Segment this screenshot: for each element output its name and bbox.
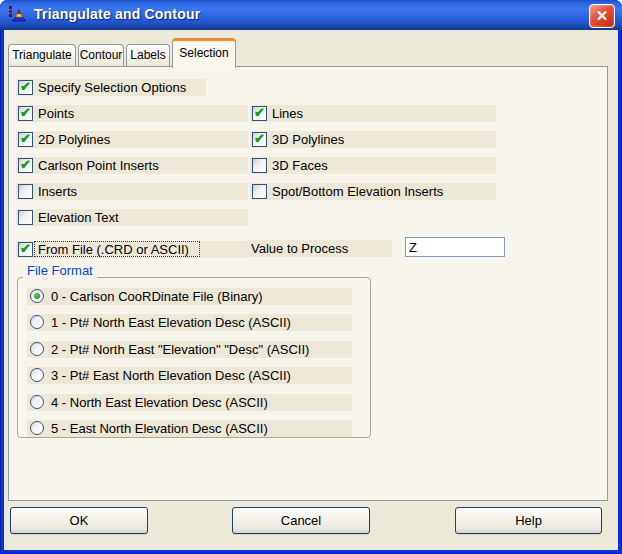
checkbox-row-inserts[interactable]: ✔ Inserts	[16, 183, 248, 200]
radio-row-format-3[interactable]: 3 - Pt# East North Elevation Desc (ASCII…	[27, 367, 352, 384]
dialog-body: Triangulate Contour Labels Selection ✔ S…	[4, 30, 618, 550]
check-icon: ✔	[254, 132, 265, 145]
help-button[interactable]: Help	[455, 507, 602, 534]
title-bar[interactable]: Triangulate and Contour ✕	[0, 0, 622, 30]
checkbox-row-3d-faces[interactable]: ✔ 3D Faces	[250, 157, 496, 174]
checkbox-label: Carlson Point Inserts	[38, 157, 159, 174]
radio-label: 0 - Carlson CooRDinate File (Binary)	[51, 288, 263, 305]
checkbox-row-specify-selection-options[interactable]: ✔ Specify Selection Options	[16, 79, 206, 96]
tab-triangulate[interactable]: Triangulate	[8, 44, 76, 67]
value-to-process-label-strip: Value to Process	[247, 240, 392, 257]
dialog-window: Triangulate and Contour ✕ Triangulate Co…	[0, 0, 622, 554]
radio-row-format-4[interactable]: 4 - North East Elevation Desc (ASCII)	[27, 394, 352, 411]
radio-label: 5 - East North Elevation Desc (ASCII)	[51, 420, 268, 437]
value-to-process-label: Value to Process	[251, 240, 348, 257]
2d-polylines-checkbox[interactable]: ✔	[18, 132, 33, 147]
from-file-checkbox[interactable]: ✔	[18, 242, 33, 257]
checkbox-row-2d-polylines[interactable]: ✔ 2D Polylines	[16, 131, 248, 148]
specify-selection-options-checkbox[interactable]: ✔	[18, 80, 33, 95]
selection-tab-page: ✔ Specify Selection Options ✔ Points ✔ 2…	[8, 66, 608, 501]
checkbox-row-lines[interactable]: ✔ Lines	[250, 105, 496, 122]
carlson-point-inserts-checkbox[interactable]: ✔	[18, 158, 33, 173]
tab-contour[interactable]: Contour	[78, 44, 124, 67]
value-to-process-input[interactable]	[405, 237, 505, 257]
radio-row-format-0[interactable]: 0 - Carlson CooRDinate File (Binary)	[27, 288, 352, 305]
window-title: Triangulate and Contour	[34, 6, 200, 22]
3d-polylines-checkbox[interactable]: ✔	[252, 132, 267, 147]
checkbox-row-from-file[interactable]: ✔ From File (.CRD or ASCII)	[16, 241, 248, 258]
checkbox-label: Lines	[272, 105, 303, 122]
lines-checkbox[interactable]: ✔	[252, 106, 267, 121]
cancel-button[interactable]: Cancel	[232, 507, 370, 534]
points-checkbox[interactable]: ✔	[18, 106, 33, 121]
file-format-group-label: File Format	[23, 263, 97, 278]
app-icon	[8, 5, 28, 25]
check-icon: ✔	[20, 242, 31, 255]
format-5-radio[interactable]	[30, 421, 44, 435]
radio-label: 4 - North East Elevation Desc (ASCII)	[51, 394, 268, 411]
inserts-checkbox[interactable]: ✔	[18, 184, 33, 199]
radio-label: 2 - Pt# North East "Elevation" "Desc" (A…	[51, 341, 309, 358]
elevation-text-checkbox[interactable]: ✔	[18, 210, 33, 225]
format-1-radio[interactable]	[30, 315, 44, 329]
checkbox-label: Elevation Text	[38, 209, 119, 226]
checkbox-row-elevation-text[interactable]: ✔ Elevation Text	[16, 209, 248, 226]
checkbox-label: 2D Polylines	[38, 131, 110, 148]
3d-faces-checkbox[interactable]: ✔	[252, 158, 267, 173]
format-2-radio[interactable]	[30, 342, 44, 356]
radio-row-format-2[interactable]: 2 - Pt# North East "Elevation" "Desc" (A…	[27, 341, 352, 358]
radio-row-format-5[interactable]: 5 - East North Elevation Desc (ASCII)	[27, 420, 352, 437]
checkbox-row-spot-bottom-elevation-inserts[interactable]: ✔ Spot/Bottom Elevation Inserts	[250, 183, 496, 200]
format-3-radio[interactable]	[30, 368, 44, 382]
tab-labels[interactable]: Labels	[126, 44, 170, 67]
checkbox-label: Specify Selection Options	[38, 79, 186, 96]
check-icon: ✔	[254, 106, 265, 119]
close-button[interactable]: ✕	[589, 4, 615, 28]
tab-selection[interactable]: Selection	[172, 38, 236, 68]
radio-label: 3 - Pt# East North Elevation Desc (ASCII…	[51, 367, 291, 384]
format-0-radio[interactable]	[30, 289, 44, 303]
close-icon: ✕	[596, 7, 609, 24]
checkbox-label: Points	[38, 105, 74, 122]
check-icon: ✔	[20, 106, 31, 119]
check-icon: ✔	[20, 132, 31, 145]
format-4-radio[interactable]	[30, 395, 44, 409]
spot-bottom-elevation-inserts-checkbox[interactable]: ✔	[252, 184, 267, 199]
checkbox-row-3d-polylines[interactable]: ✔ 3D Polylines	[250, 131, 496, 148]
ok-button[interactable]: OK	[10, 507, 148, 534]
checkbox-label: Inserts	[38, 183, 77, 200]
check-icon: ✔	[20, 158, 31, 171]
radio-row-format-1[interactable]: 1 - Pt# North East Elevation Desc (ASCII…	[27, 314, 352, 331]
checkbox-label: 3D Faces	[272, 157, 328, 174]
checkbox-label: From File (.CRD or ASCII)	[38, 241, 189, 258]
checkbox-row-carlson-point-inserts[interactable]: ✔ Carlson Point Inserts	[16, 157, 248, 174]
checkbox-label: Spot/Bottom Elevation Inserts	[272, 183, 443, 200]
checkbox-label: 3D Polylines	[272, 131, 344, 148]
radio-label: 1 - Pt# North East Elevation Desc (ASCII…	[51, 314, 291, 331]
check-icon: ✔	[20, 80, 31, 93]
checkbox-row-points[interactable]: ✔ Points	[16, 105, 248, 122]
